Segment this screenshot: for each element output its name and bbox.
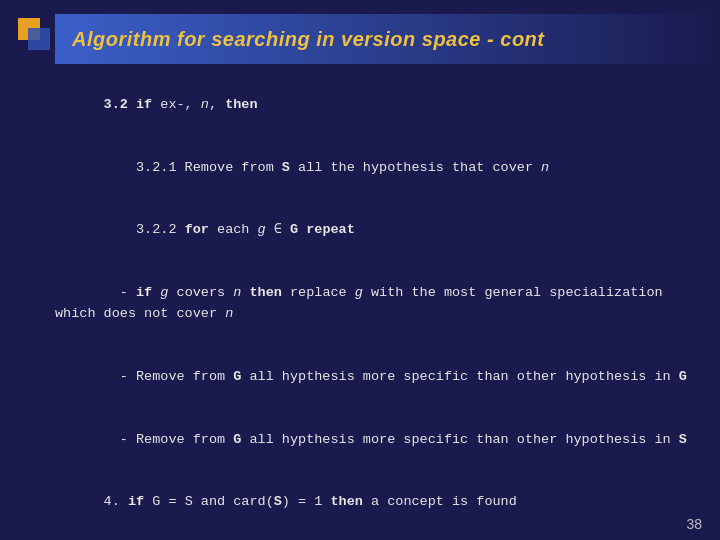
line-2: 3.2.1 Remove from S all the hypothesis t… <box>55 137 700 200</box>
line-8: 5. if G = S = { } then there is no conce… <box>55 534 700 540</box>
line-1: 3.2 if ex-, n, then <box>55 74 700 137</box>
line-6: - Remove from G all hypthesis more speci… <box>55 409 700 472</box>
line-3: 3.2.2 for each g ∈ G repeat <box>55 200 700 263</box>
line-4: - if g covers n then replace g with the … <box>55 262 700 346</box>
content-area: 3.2 if ex-, n, then 3.2.1 Remove from S … <box>55 74 700 510</box>
decorative-squares <box>18 18 54 54</box>
slide-title: Algorithm for searching in version space… <box>72 28 544 51</box>
line-5: - Remove from G all hypthesis more speci… <box>55 346 700 409</box>
line-7: 4. if G = S and card(S) = 1 then a conce… <box>55 472 700 535</box>
page-number: 38 <box>686 516 702 532</box>
square-blue <box>28 28 50 50</box>
slide: Algorithm for searching in version space… <box>0 0 720 540</box>
title-bar: Algorithm for searching in version space… <box>60 14 720 64</box>
